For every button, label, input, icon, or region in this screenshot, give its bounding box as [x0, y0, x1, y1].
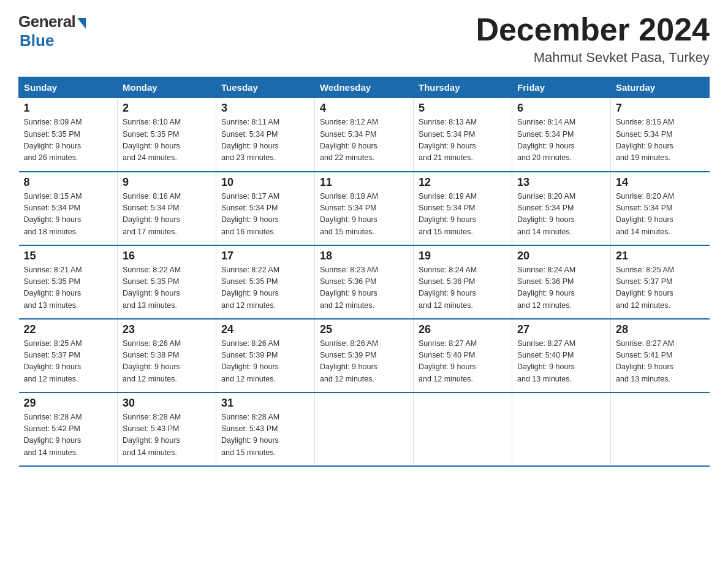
- calendar-cell: [512, 393, 611, 466]
- calendar-week-row: 1Sunrise: 8:09 AMSunset: 5:35 PMDaylight…: [19, 98, 710, 172]
- calendar-cell: 11Sunrise: 8:18 AMSunset: 5:34 PMDayligh…: [315, 172, 414, 245]
- day-info: Sunrise: 8:20 AMSunset: 5:34 PMDaylight:…: [517, 191, 605, 239]
- day-number: 19: [419, 250, 507, 262]
- day-number: 29: [24, 397, 113, 410]
- calendar-week-row: 22Sunrise: 8:25 AMSunset: 5:37 PMDayligh…: [19, 319, 710, 393]
- calendar-cell: [611, 393, 710, 466]
- calendar-cell: 31Sunrise: 8:28 AMSunset: 5:43 PMDayligh…: [216, 393, 315, 466]
- day-info: Sunrise: 8:25 AMSunset: 5:37 PMDaylight:…: [616, 264, 705, 312]
- day-info: Sunrise: 8:20 AMSunset: 5:34 PMDaylight:…: [616, 191, 705, 239]
- day-number: 13: [517, 176, 605, 189]
- day-info: Sunrise: 8:09 AMSunset: 5:35 PMDaylight:…: [24, 117, 113, 164]
- calendar-cell: 21Sunrise: 8:25 AMSunset: 5:37 PMDayligh…: [611, 245, 710, 319]
- calendar-cell: 16Sunrise: 8:22 AMSunset: 5:35 PMDayligh…: [118, 245, 216, 319]
- calendar-cell: 5Sunrise: 8:13 AMSunset: 5:34 PMDaylight…: [414, 98, 512, 172]
- day-number: 14: [616, 176, 705, 189]
- logo-blue-text: Blue: [20, 31, 54, 50]
- day-number: 15: [24, 250, 113, 262]
- day-info: Sunrise: 8:26 AMSunset: 5:39 PMDaylight:…: [320, 338, 408, 386]
- day-info: Sunrise: 8:12 AMSunset: 5:34 PMDaylight:…: [320, 117, 408, 164]
- day-number: 8: [24, 176, 113, 189]
- day-number: 28: [616, 323, 705, 336]
- day-info: Sunrise: 8:10 AMSunset: 5:35 PMDaylight:…: [123, 117, 211, 164]
- calendar-cell: 20Sunrise: 8:24 AMSunset: 5:36 PMDayligh…: [512, 245, 611, 319]
- calendar-cell: 13Sunrise: 8:20 AMSunset: 5:34 PMDayligh…: [512, 172, 611, 245]
- day-info: Sunrise: 8:28 AMSunset: 5:42 PMDaylight:…: [24, 412, 113, 459]
- day-number: 16: [123, 250, 211, 262]
- day-info: Sunrise: 8:24 AMSunset: 5:36 PMDaylight:…: [419, 264, 507, 312]
- title-section: December 2024 Mahmut Sevket Pasa, Turkey: [476, 12, 710, 66]
- day-number: 24: [221, 323, 309, 336]
- day-info: Sunrise: 8:16 AMSunset: 5:34 PMDaylight:…: [123, 191, 211, 239]
- day-info: Sunrise: 8:27 AMSunset: 5:40 PMDaylight:…: [517, 338, 605, 386]
- day-number: 7: [616, 102, 705, 115]
- calendar-cell: 23Sunrise: 8:26 AMSunset: 5:38 PMDayligh…: [118, 319, 216, 393]
- logo-arrow-icon: [77, 18, 86, 29]
- calendar-cell: 1Sunrise: 8:09 AMSunset: 5:35 PMDaylight…: [19, 98, 118, 172]
- calendar-cell: 2Sunrise: 8:10 AMSunset: 5:35 PMDaylight…: [118, 98, 216, 172]
- calendar-cell: 10Sunrise: 8:17 AMSunset: 5:34 PMDayligh…: [216, 172, 315, 245]
- calendar-cell: 12Sunrise: 8:19 AMSunset: 5:34 PMDayligh…: [414, 172, 512, 245]
- day-number: 11: [320, 176, 408, 189]
- calendar-header-row: SundayMondayTuesdayWednesdayThursdayFrid…: [19, 77, 710, 98]
- day-number: 23: [123, 323, 211, 336]
- calendar-cell: 7Sunrise: 8:15 AMSunset: 5:34 PMDaylight…: [611, 98, 710, 172]
- calendar-cell: 6Sunrise: 8:14 AMSunset: 5:34 PMDaylight…: [512, 98, 611, 172]
- day-number: 6: [517, 102, 605, 115]
- day-info: Sunrise: 8:28 AMSunset: 5:43 PMDaylight:…: [221, 412, 309, 459]
- calendar-cell: 9Sunrise: 8:16 AMSunset: 5:34 PMDaylight…: [118, 172, 216, 245]
- col-header-thursday: Thursday: [414, 77, 512, 98]
- day-info: Sunrise: 8:11 AMSunset: 5:34 PMDaylight:…: [221, 117, 309, 164]
- day-info: Sunrise: 8:28 AMSunset: 5:43 PMDaylight:…: [123, 412, 211, 459]
- day-info: Sunrise: 8:17 AMSunset: 5:34 PMDaylight:…: [221, 191, 309, 239]
- day-number: 18: [320, 250, 408, 262]
- day-number: 3: [221, 102, 309, 115]
- calendar-table: SundayMondayTuesdayWednesdayThursdayFrid…: [18, 77, 710, 467]
- day-number: 22: [24, 323, 113, 336]
- calendar-cell: 24Sunrise: 8:26 AMSunset: 5:39 PMDayligh…: [216, 319, 315, 393]
- day-info: Sunrise: 8:24 AMSunset: 5:36 PMDaylight:…: [517, 264, 605, 312]
- day-info: Sunrise: 8:22 AMSunset: 5:35 PMDaylight:…: [221, 264, 309, 312]
- month-title: December 2024: [476, 12, 710, 47]
- day-number: 26: [419, 323, 507, 336]
- day-number: 10: [221, 176, 309, 189]
- calendar-week-row: 15Sunrise: 8:21 AMSunset: 5:35 PMDayligh…: [19, 245, 710, 319]
- day-info: Sunrise: 8:13 AMSunset: 5:34 PMDaylight:…: [419, 117, 507, 164]
- page-header: General Blue December 2024 Mahmut Sevket…: [18, 12, 710, 66]
- day-info: Sunrise: 8:26 AMSunset: 5:38 PMDaylight:…: [123, 338, 211, 386]
- calendar-cell: 15Sunrise: 8:21 AMSunset: 5:35 PMDayligh…: [19, 245, 118, 319]
- day-number: 4: [320, 102, 408, 115]
- day-number: 27: [517, 323, 605, 336]
- day-number: 21: [616, 250, 705, 262]
- calendar-cell: 25Sunrise: 8:26 AMSunset: 5:39 PMDayligh…: [315, 319, 414, 393]
- day-number: 1: [24, 102, 113, 115]
- calendar-cell: 19Sunrise: 8:24 AMSunset: 5:36 PMDayligh…: [414, 245, 512, 319]
- calendar-cell: 28Sunrise: 8:27 AMSunset: 5:41 PMDayligh…: [611, 319, 710, 393]
- col-header-friday: Friday: [512, 77, 611, 98]
- day-info: Sunrise: 8:14 AMSunset: 5:34 PMDaylight:…: [517, 117, 605, 164]
- col-header-sunday: Sunday: [19, 77, 118, 98]
- calendar-cell: 18Sunrise: 8:23 AMSunset: 5:36 PMDayligh…: [315, 245, 414, 319]
- calendar-cell: 29Sunrise: 8:28 AMSunset: 5:42 PMDayligh…: [19, 393, 118, 466]
- calendar-cell: 17Sunrise: 8:22 AMSunset: 5:35 PMDayligh…: [216, 245, 315, 319]
- day-info: Sunrise: 8:22 AMSunset: 5:35 PMDaylight:…: [123, 264, 211, 312]
- day-number: 17: [221, 250, 309, 262]
- logo: General Blue: [18, 12, 86, 50]
- calendar-cell: 8Sunrise: 8:15 AMSunset: 5:34 PMDaylight…: [19, 172, 118, 245]
- location-label: Mahmut Sevket Pasa, Turkey: [476, 50, 710, 66]
- day-info: Sunrise: 8:25 AMSunset: 5:37 PMDaylight:…: [24, 338, 113, 386]
- day-number: 20: [517, 250, 605, 262]
- day-info: Sunrise: 8:18 AMSunset: 5:34 PMDaylight:…: [320, 191, 408, 239]
- calendar-cell: 14Sunrise: 8:20 AMSunset: 5:34 PMDayligh…: [611, 172, 710, 245]
- calendar-cell: [315, 393, 414, 466]
- day-number: 2: [123, 102, 211, 115]
- day-number: 25: [320, 323, 408, 336]
- calendar-cell: 30Sunrise: 8:28 AMSunset: 5:43 PMDayligh…: [118, 393, 216, 466]
- col-header-wednesday: Wednesday: [315, 77, 414, 98]
- col-header-saturday: Saturday: [611, 77, 710, 98]
- day-number: 5: [419, 102, 507, 115]
- day-number: 12: [419, 176, 507, 189]
- day-number: 9: [123, 176, 211, 189]
- calendar-cell: [414, 393, 512, 466]
- logo-general-text: General: [18, 12, 75, 31]
